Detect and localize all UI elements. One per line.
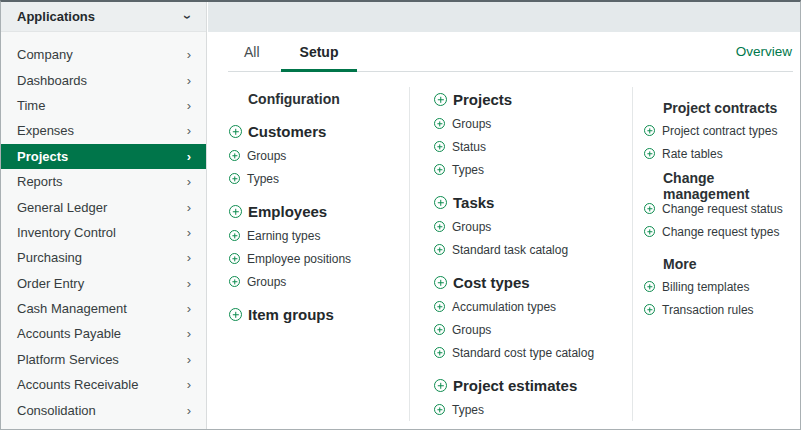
plus-circle-icon [434,404,445,415]
chevron-right-icon: › [187,277,191,290]
sidebar-item-label: Dashboards [17,73,87,88]
link-label: Project contract types [662,124,777,138]
link-label: Change request types [662,225,779,239]
sidebar-item-inventory-control[interactable]: Inventory Control› [1,220,206,245]
sidebar-item-time[interactable]: Time› [1,93,206,118]
sidebar-item-reports[interactable]: Reports› [1,169,206,194]
plus-circle-icon [434,93,447,106]
link-project-estimates[interactable]: Project estimates [434,373,632,398]
sidebar-item-label: Reports [17,174,63,189]
sidebar-item-label: Cash Management [17,301,127,316]
link-label: Accumulation types [452,300,556,314]
link-cost-types[interactable]: Cost types [434,270,632,295]
chevron-right-icon: › [187,226,191,239]
link-billing-templates[interactable]: Billing templates [644,275,800,298]
group-title-label: Customers [248,123,326,140]
link-customers-types[interactable]: Types [229,167,409,190]
link-employees[interactable]: Employees [229,199,409,224]
sidebar-item-general-ledger[interactable]: General Ledger› [1,194,206,219]
column-configuration: Configuration Customers Groups Types Emp… [229,87,409,421]
link-tasks[interactable]: Tasks [434,190,632,215]
sidebar-item-label: Platform Services [17,352,119,367]
sidebar-item-company[interactable]: Company› [1,42,206,67]
main-panel: All Setup Overview Configuration Custome… [208,32,800,429]
applications-sidebar: Applications › Company› Dashboards› Time… [1,2,207,429]
link-project-groups[interactable]: Groups [434,112,632,135]
plus-circle-icon [229,173,240,184]
section-more: More Billing templates Transaction rules [644,252,800,321]
link-estimate-types[interactable]: Types [434,398,632,421]
sidebar-item-accounts-receivable[interactable]: Accounts Receivable› [1,372,206,397]
sidebar-item-label: Accounts Receivable [17,377,138,392]
plus-circle-icon [229,205,242,218]
link-label: Groups [452,323,491,337]
link-task-groups[interactable]: Groups [434,215,632,238]
plus-circle-icon [434,118,445,129]
link-label: Employee positions [247,252,351,266]
tab-all[interactable]: All [228,32,276,71]
sidebar-item-order-entry[interactable]: Order Entry› [1,271,206,296]
sidebar-item-label: Order Entry [17,276,84,291]
link-employee-positions[interactable]: Employee positions [229,247,409,270]
plus-circle-icon [434,347,445,358]
link-customers[interactable]: Customers [229,119,409,144]
chevron-right-icon: › [187,404,191,417]
sidebar-item-projects[interactable]: Projects› [1,144,206,169]
link-project-contract-types[interactable]: Project contract types [644,119,800,142]
link-cost-type-groups[interactable]: Groups [434,318,632,341]
link-label: Standard cost type catalog [452,346,594,360]
link-project-types[interactable]: Types [434,158,632,181]
plus-circle-icon [229,276,240,287]
plus-circle-icon [434,164,445,175]
sidebar-item-consolidation[interactable]: Consolidation› [1,397,206,422]
link-standard-cost-type-catalog[interactable]: Standard cost type catalog [434,341,632,364]
link-customers-groups[interactable]: Groups [229,144,409,167]
link-label: Groups [247,275,286,289]
sidebar-item-purchasing[interactable]: Purchasing› [1,245,206,270]
link-standard-task-catalog[interactable]: Standard task catalog [434,238,632,261]
link-label: Change request status [662,202,783,216]
applications-menu-header[interactable]: Applications › [1,2,206,32]
column-projects: Projects Groups Status Types Tasks Group… [409,87,632,421]
setup-menu-content: Configuration Customers Groups Types Emp… [208,72,800,421]
sidebar-item-accounts-payable[interactable]: Accounts Payable› [1,321,206,346]
section-change-management: Change management Change request status … [644,174,800,243]
link-projects[interactable]: Projects [434,87,632,112]
tab-setup[interactable]: Setup [281,32,358,71]
sidebar-item-platform-services[interactable]: Platform Services› [1,347,206,372]
change-management-header: Change management [663,174,800,197]
sidebar-item-expenses[interactable]: Expenses› [1,118,206,143]
overview-link[interactable]: Overview [736,44,792,59]
link-label: Types [247,172,279,186]
plus-circle-icon [434,196,447,209]
more-header: More [663,252,800,275]
plus-circle-icon [644,148,655,159]
sidebar-item-label: Time [17,98,45,113]
sidebar-item-label: Inventory Control [17,225,116,240]
link-project-status[interactable]: Status [434,135,632,158]
link-rate-tables[interactable]: Rate tables [644,142,800,165]
link-transaction-rules[interactable]: Transaction rules [644,298,800,321]
link-earning-types[interactable]: Earning types [229,224,409,247]
sidebar-item-dashboards[interactable]: Dashboards› [1,67,206,92]
sidebar-item-label: Projects [17,149,68,164]
applications-menu-label: Applications [17,9,95,24]
link-accumulation-types[interactable]: Accumulation types [434,295,632,318]
link-item-groups[interactable]: Item groups [229,302,409,327]
section-project-contracts: Project contracts Project contract types… [644,96,800,165]
group-title-label: Tasks [453,194,494,211]
group-customers: Customers Groups Types [229,119,409,190]
link-employee-groups[interactable]: Groups [229,270,409,293]
link-change-request-types[interactable]: Change request types [644,220,800,243]
link-label: Groups [452,220,491,234]
tab-bar: All Setup Overview [228,32,793,72]
plus-circle-icon [644,226,655,237]
sidebar-item-cash-management[interactable]: Cash Management› [1,296,206,321]
plus-circle-icon [229,125,242,138]
link-label: Standard task catalog [452,243,568,257]
group-item-groups: Item groups [229,302,409,327]
plus-circle-icon [229,253,240,264]
link-label: Rate tables [662,147,723,161]
chevron-right-icon: › [187,251,191,264]
sidebar-item-label: Consolidation [17,403,96,418]
